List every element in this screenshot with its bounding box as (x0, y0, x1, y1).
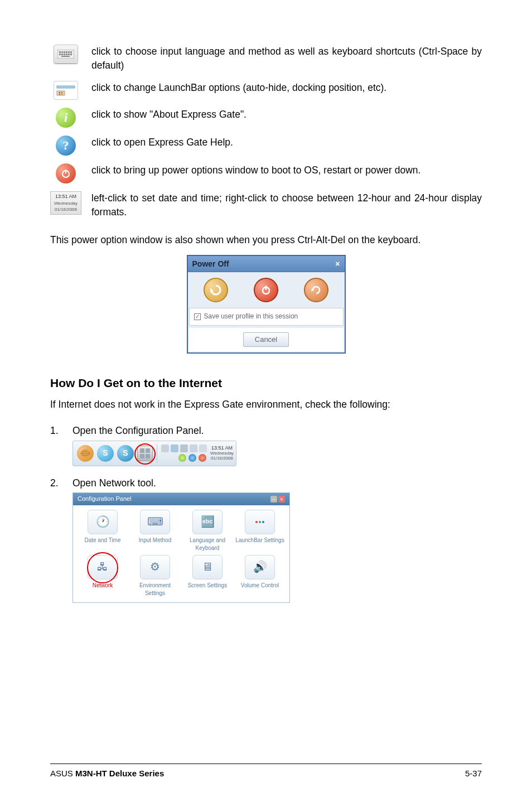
lb-clock-date: 01/16/2008 (210, 456, 234, 461)
icon-row-info: i click to show "About Express Gate". (50, 108, 482, 128)
date-time-icon: 🕐 (88, 510, 118, 534)
svg-rect-10 (66, 54, 67, 55)
launchbar-screenshot: S S (72, 441, 236, 466)
svg-rect-18 (59, 94, 60, 95)
svg-rect-2 (61, 51, 63, 53)
keyboard-icon (54, 45, 78, 64)
svg-rect-4 (66, 51, 67, 53)
svg-rect-30 (146, 448, 150, 453)
step-1: 1. Open the Configuration Panel. S S (50, 424, 482, 466)
step-number: 2. (50, 476, 72, 603)
icon-row-power: click to bring up power options window t… (50, 163, 482, 183)
clock-day: Wednesday (51, 200, 81, 207)
power-icon (56, 163, 76, 183)
boot-to-os-icon (204, 278, 228, 302)
cp-item-volume: 🔊 Volume Control (235, 555, 285, 598)
lb-web-icon (77, 445, 94, 462)
cancel-button: Cancel (243, 332, 289, 347)
lb-tray-icon (190, 445, 197, 452)
lb-power-icon (199, 454, 206, 462)
close-icon: × (335, 258, 340, 269)
environment-settings-icon: ⚙ (140, 555, 170, 579)
clock-widget-icon: 13:51 AM Wednesday 01/16/2008 (50, 191, 81, 215)
svg-rect-32 (146, 454, 150, 458)
cp-label: Volume Control (235, 582, 285, 590)
lb-skype2-icon: S (117, 445, 134, 462)
cp-item-environment: ⚙ Environment Settings (130, 555, 180, 598)
screen-settings-icon: 🖥 (192, 555, 223, 579)
cp-item-launchbar-settings: LaunchBar Settings (235, 510, 285, 553)
svg-rect-15 (57, 91, 65, 95)
power-off-btn-icon (254, 278, 278, 302)
svg-rect-29 (140, 448, 144, 453)
save-profile-label: Save user profile in this session (204, 312, 298, 321)
lb-info-icon (178, 454, 186, 462)
svg-rect-12 (70, 54, 72, 55)
icon-description-list: click to choose input language and metho… (50, 45, 482, 220)
svg-rect-3 (64, 51, 65, 53)
restart-icon (304, 278, 328, 302)
input-method-icon: ⌨ (140, 510, 170, 534)
svg-rect-16 (59, 92, 60, 93)
config-panel-titlebar: Configuration Panel – × (73, 493, 289, 505)
cp-item-input-method: ⌨ Input Method (130, 510, 180, 553)
svg-rect-9 (64, 54, 65, 55)
clock-date: 01/16/2008 (51, 206, 81, 213)
icon-row-clock: 13:51 AM Wednesday 01/16/2008 left-click… (50, 191, 482, 220)
info-desc: click to show "About Express Gate". (81, 108, 482, 122)
config-panel-screenshot: Configuration Panel – × 🕐 Date and Time … (72, 492, 290, 603)
keyboard-desc: click to choose input language and metho… (81, 45, 482, 73)
svg-rect-6 (70, 51, 72, 53)
save-profile-checkbox-row: ✓ Save user profile in this session (189, 308, 344, 325)
cp-label: Environment Settings (130, 582, 180, 598)
close-icon: × (278, 496, 285, 503)
lb-config-panel-icon (137, 446, 153, 461)
lb-skype-icon: S (97, 445, 114, 462)
lb-clock: 13:51 AM Wednesday 01/16/2008 (210, 446, 234, 461)
step-1-text: Open the Configuration Panel. (72, 424, 482, 438)
svg-marker-22 (210, 288, 214, 292)
lb-help-icon (188, 454, 196, 462)
power-dialog-titlebar: Power Off × (188, 256, 345, 272)
cp-label: Screen Settings (182, 582, 233, 590)
cp-label: LaunchBar Settings (235, 537, 285, 545)
svg-rect-8 (61, 54, 63, 55)
config-panel-title: Configuration Panel (78, 495, 132, 504)
launchbar-settings-icon (245, 510, 275, 534)
svg-rect-13 (61, 56, 70, 57)
power-off-dialog-screenshot: Power Off × ✓ Save user profile in this … (50, 255, 482, 354)
page-footer: ASUS M3N-HT Deluxe Series 5-37 (50, 764, 482, 780)
svg-rect-11 (68, 54, 70, 55)
cp-item-date-time: 🕐 Date and Time (78, 510, 128, 553)
launchbar-desc: click to change LaunchBar options (auto-… (81, 81, 482, 95)
section-subtext: If Internet does not work in the Express… (50, 398, 482, 412)
lb-tray-icon (171, 445, 178, 452)
icon-row-help: ? click to open Express Gate Help. (50, 136, 482, 156)
network-icon: 🖧 (88, 555, 118, 579)
step-2: 2. Open Network tool. Configuration Pane… (50, 476, 482, 603)
power-desc: click to bring up power options window t… (81, 163, 482, 177)
lb-tray-icon (199, 445, 207, 452)
cp-label: Input Method (130, 537, 180, 545)
svg-rect-1 (59, 51, 61, 53)
footer-left: ASUS M3N-HT Deluxe Series (50, 767, 164, 780)
cp-item-language: 🔤 Language and Keyboard (182, 510, 233, 553)
icon-row-launchbar: click to change LaunchBar options (auto-… (50, 81, 482, 100)
svg-rect-31 (140, 454, 144, 458)
minimize-icon: – (270, 496, 277, 503)
footer-page-number: 5-37 (465, 767, 482, 780)
step-number: 1. (50, 424, 72, 466)
help-icon: ? (56, 136, 76, 156)
cp-item-network: 🖧 Network (78, 555, 128, 598)
info-icon: i (56, 108, 76, 128)
help-desc: click to open Express Gate Help. (81, 136, 482, 149)
language-keyboard-icon: 🔤 (192, 510, 223, 534)
clock-time: 13:51 AM (51, 193, 81, 200)
volume-control-icon: 🔊 (245, 555, 275, 579)
svg-rect-5 (68, 51, 70, 53)
step-2-text: Open Network tool. (72, 476, 482, 490)
cp-label: Date and Time (78, 537, 128, 545)
svg-rect-7 (59, 54, 61, 55)
lb-tray-icon (180, 445, 188, 452)
checkbox-icon: ✓ (194, 313, 201, 320)
